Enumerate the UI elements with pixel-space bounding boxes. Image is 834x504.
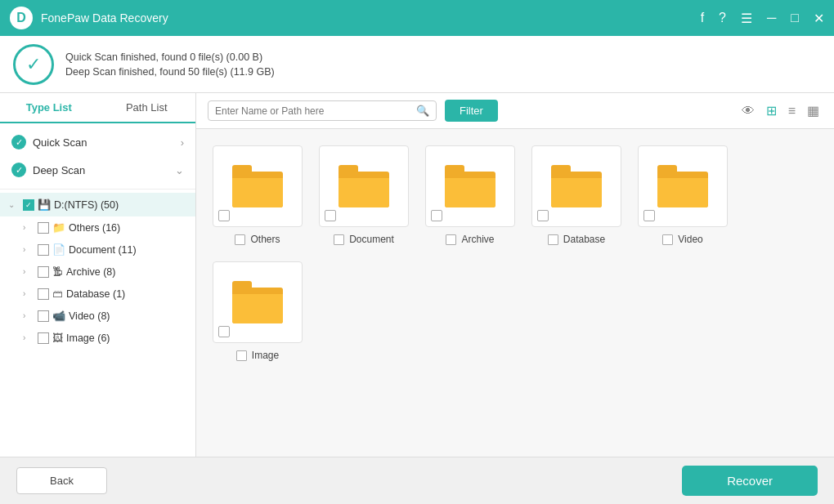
document-icon: 📄 — [52, 243, 65, 256]
video-grid-label: Video — [662, 234, 702, 245]
tab-path-list[interactable]: Path List — [98, 93, 196, 122]
close-icon[interactable]: ✕ — [814, 11, 824, 26]
main-content: Type List Path List ✓ Quick Scan › ✓ Dee… — [0, 93, 834, 457]
deep-scan-check: ✓ — [11, 163, 26, 177]
recover-button[interactable]: Recover — [682, 466, 818, 496]
file-card-others[interactable] — [213, 145, 303, 227]
sidebar: Type List Path List ✓ Quick Scan › ✓ Dee… — [0, 93, 196, 457]
detail-view-icon[interactable]: ▦ — [804, 101, 823, 120]
file-item-database[interactable]: Database — [531, 145, 621, 245]
file-item-image[interactable]: Image — [213, 261, 303, 361]
others-grid-label: Others — [235, 234, 280, 245]
document-grid-check[interactable] — [325, 210, 336, 221]
database-grid-check[interactable] — [537, 210, 549, 221]
file-grid: Others Document — [196, 129, 834, 457]
archive-grid-label: Archive — [446, 234, 494, 245]
menu-icon[interactable]: ☰ — [741, 11, 752, 26]
others-icon: 📁 — [52, 221, 65, 234]
filter-button[interactable]: Filter — [445, 100, 498, 122]
file-card-archive[interactable] — [425, 145, 515, 227]
image-grid-check[interactable] — [218, 326, 230, 337]
folder-icon-database — [551, 165, 602, 207]
file-item-document[interactable]: Document — [319, 145, 409, 245]
view-controls: 👁 ⊞ ≡ ▦ — [738, 101, 823, 120]
video-label: Video (8) — [69, 310, 110, 322]
folder-icon-archive — [445, 165, 495, 207]
file-item-others[interactable]: Others — [213, 145, 303, 245]
back-button[interactable]: Back — [16, 467, 107, 494]
drive-arrow: ⌄ — [8, 200, 20, 209]
file-card-database[interactable] — [531, 145, 621, 227]
file-card-image[interactable] — [213, 261, 303, 343]
tree-item-document[interactable]: › 📄 Document (11) — [0, 239, 195, 261]
deep-scan-item[interactable]: ✓ Deep Scan ⌄ — [0, 156, 195, 184]
video-label-check[interactable] — [662, 234, 673, 245]
archive-label-check[interactable] — [446, 234, 456, 245]
tab-type-list[interactable]: Type List — [0, 93, 98, 123]
video-check[interactable] — [38, 310, 49, 322]
deep-scan-arrow: ⌄ — [175, 164, 184, 176]
file-item-archive[interactable]: Archive — [425, 145, 515, 245]
preview-icon[interactable]: 👁 — [738, 102, 758, 120]
scan-section: ✓ Quick Scan › ✓ Deep Scan ⌄ — [0, 123, 195, 190]
image-label: Image (6) — [66, 332, 110, 344]
tree-item-database[interactable]: › 🗃 Database (1) — [0, 283, 195, 305]
tree-item-archive[interactable]: › 🗜 Archive (8) — [0, 261, 195, 283]
list-view-icon[interactable]: ≡ — [785, 102, 799, 120]
deep-scan-status: Deep Scan finished, found 50 file(s) (11… — [65, 66, 275, 78]
file-item-video[interactable]: Video — [638, 145, 728, 245]
drive-check[interactable]: ✓ — [23, 199, 34, 211]
others-grid-check[interactable] — [218, 210, 230, 221]
image-icon: 🖼 — [52, 332, 63, 344]
image-label-check[interactable] — [236, 350, 247, 361]
archive-label: Archive (8) — [66, 266, 115, 278]
maximize-icon[interactable]: □ — [791, 11, 799, 25]
document-arrow: › — [23, 245, 34, 254]
file-card-document[interactable] — [319, 145, 409, 227]
others-label-check[interactable] — [235, 234, 245, 245]
database-label-check[interactable] — [548, 234, 558, 245]
status-bar: ✓ Quick Scan finished, found 0 file(s) (… — [0, 36, 834, 93]
quick-scan-status: Quick Scan finished, found 0 file(s) (0.… — [65, 51, 275, 63]
tree-section: ⌄ ✓ 💾 D:(NTFS) (50) › 📁 Others (16) › 📄 … — [0, 190, 195, 352]
document-check[interactable] — [38, 244, 49, 256]
others-label: Others (16) — [69, 222, 120, 234]
search-box[interactable]: 🔍 — [208, 100, 437, 121]
grid-view-icon[interactable]: ⊞ — [763, 101, 780, 120]
facebook-icon[interactable]: f — [701, 11, 704, 25]
database-label: Database (1) — [66, 288, 125, 300]
database-arrow: › — [23, 289, 34, 298]
drive-item[interactable]: ⌄ ✓ 💾 D:(NTFS) (50) — [0, 193, 195, 216]
archive-grid-check[interactable] — [431, 210, 442, 221]
database-check[interactable] — [38, 288, 49, 300]
video-icon: 📹 — [52, 310, 65, 322]
image-check[interactable] — [38, 332, 49, 344]
quick-scan-item[interactable]: ✓ Quick Scan › — [0, 128, 195, 156]
folder-icon-document — [339, 165, 389, 207]
tree-item-image[interactable]: › 🖼 Image (6) — [0, 327, 195, 349]
image-arrow: › — [23, 333, 34, 342]
folder-icon-others — [232, 165, 283, 207]
app-title: FonePaw Data Recovery — [41, 11, 701, 25]
help-icon[interactable]: ? — [719, 11, 726, 25]
file-card-video[interactable] — [638, 145, 728, 227]
quick-scan-arrow: › — [181, 136, 184, 149]
quick-scan-label: Quick Scan — [33, 136, 174, 149]
search-icon: 🔍 — [416, 105, 429, 117]
drive-icon: 💾 — [38, 198, 51, 211]
others-check[interactable] — [38, 222, 49, 234]
video-grid-check[interactable] — [643, 210, 655, 221]
search-input[interactable] — [215, 105, 416, 117]
title-bar: D FonePaw Data Recovery f ? ☰ ─ □ ✕ — [0, 0, 834, 36]
app-logo: D — [10, 7, 33, 29]
tree-item-others[interactable]: › 📁 Others (16) — [0, 216, 195, 239]
bottom-bar: Back Recover — [0, 457, 834, 504]
tree-item-video[interactable]: › 📹 Video (8) — [0, 305, 195, 327]
document-grid-label: Document — [334, 234, 394, 245]
document-label-check[interactable] — [334, 234, 344, 245]
archive-check[interactable] — [38, 266, 49, 278]
sidebar-tabs: Type List Path List — [0, 93, 195, 123]
database-grid-label: Database — [548, 234, 605, 245]
minimize-icon[interactable]: ─ — [767, 11, 776, 25]
database-icon: 🗃 — [52, 288, 63, 300]
